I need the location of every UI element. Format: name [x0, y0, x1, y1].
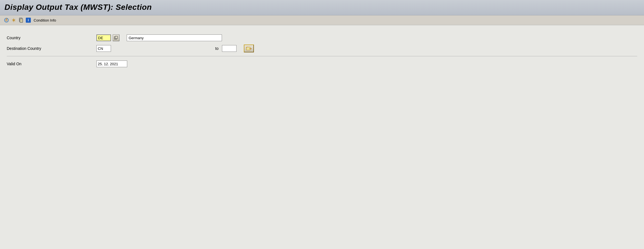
info-icon[interactable]: i — [25, 17, 31, 23]
valid-on-input[interactable] — [96, 60, 127, 67]
dest-country-label: Destination Country — [7, 46, 96, 51]
sparkle-icon[interactable] — [11, 17, 17, 23]
toolbar: i Condition Info — [0, 15, 644, 25]
dest-country-to-input[interactable] — [222, 45, 237, 52]
country-copy-button[interactable] — [113, 34, 119, 41]
copy-doc-icon[interactable] — [18, 17, 24, 23]
condition-info-label: Condition Info — [34, 18, 56, 22]
dest-country-input[interactable] — [96, 45, 111, 52]
dest-country-controls: to — [96, 45, 637, 52]
to-label: to — [215, 46, 219, 51]
svg-marker-1 — [12, 18, 16, 22]
svg-rect-3 — [20, 19, 23, 22]
valid-on-label: Valid On — [7, 62, 96, 66]
title-bar: Display Output Tax (MWST): Selection — [0, 0, 644, 15]
refresh-icon[interactable] — [3, 17, 10, 23]
country-name-input[interactable] — [127, 34, 222, 41]
form-divider — [7, 56, 637, 56]
country-controls — [96, 34, 637, 41]
valid-on-row: Valid On — [7, 60, 637, 68]
page-title: Display Output Tax (MWST): Selection — [4, 3, 640, 12]
form-section: Country Destination Country to — [7, 31, 637, 73]
dest-country-row: Destination Country to — [7, 44, 637, 53]
valid-on-controls — [96, 60, 637, 67]
content-area: Country Destination Country to — [0, 25, 644, 249]
country-label: Country — [7, 36, 96, 40]
country-row: Country — [7, 34, 637, 42]
svg-rect-5 — [115, 36, 117, 39]
country-input[interactable] — [96, 34, 111, 41]
dest-country-folder-button[interactable] — [244, 45, 254, 52]
